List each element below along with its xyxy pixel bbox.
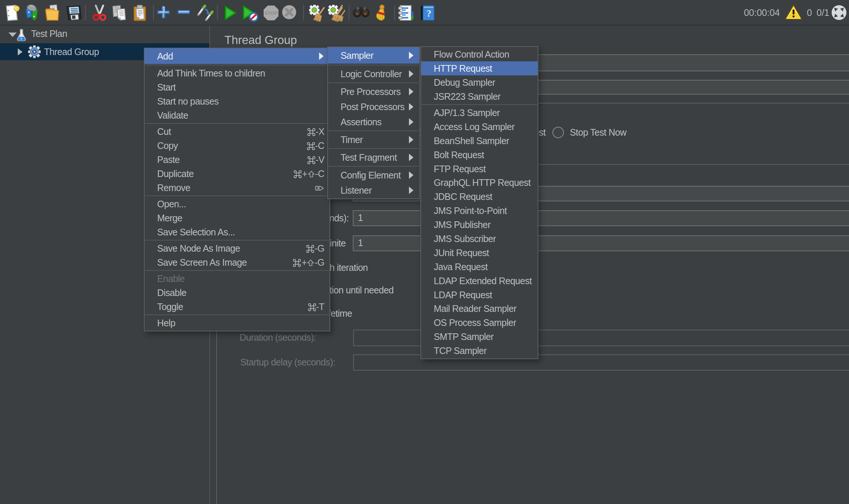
svg-text:STOP: STOP <box>264 10 277 16</box>
svg-text:?: ? <box>427 8 432 19</box>
